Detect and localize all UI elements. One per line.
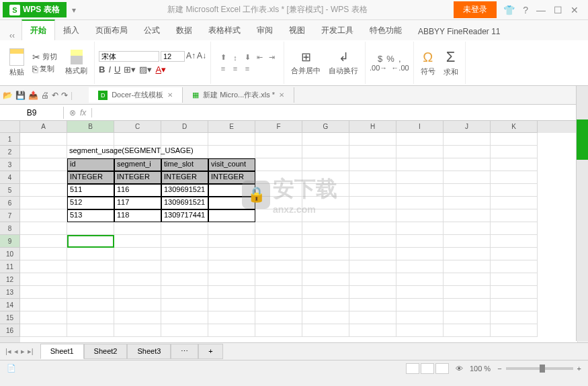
sheet-tab-2[interactable]: Sheet2 bbox=[84, 344, 128, 359]
cell-D3[interactable]: time_slot bbox=[161, 158, 208, 171]
cell-J15[interactable] bbox=[444, 311, 491, 324]
copy-button[interactable]: 复制 bbox=[32, 64, 57, 75]
right-panel[interactable] bbox=[576, 86, 588, 341]
cell-K11[interactable] bbox=[491, 260, 538, 273]
cell-I10[interactable] bbox=[396, 248, 444, 260]
app-logo[interactable]: WPS 表格 bbox=[3, 2, 67, 17]
cell-G13[interactable] bbox=[302, 286, 349, 299]
cell-A4[interactable] bbox=[20, 171, 67, 184]
border-button[interactable]: ⊞▾ bbox=[124, 64, 136, 75]
increase-decimal-icon[interactable]: .00→ bbox=[370, 64, 387, 72]
cell-G9[interactable] bbox=[302, 235, 349, 248]
cell-E1[interactable] bbox=[208, 133, 255, 146]
sheet-first-icon[interactable]: |◂ bbox=[5, 347, 11, 356]
cell-G5[interactable] bbox=[302, 184, 349, 197]
cell-J4[interactable] bbox=[444, 171, 491, 184]
cell-D8[interactable] bbox=[161, 222, 208, 235]
cell-E6[interactable] bbox=[208, 197, 255, 209]
cell-C8[interactable] bbox=[114, 222, 161, 235]
cell-D9[interactable] bbox=[161, 235, 208, 248]
col-header-F[interactable]: F bbox=[255, 121, 302, 133]
cell-J6[interactable] bbox=[444, 197, 491, 209]
cell-B6[interactable]: 512 bbox=[67, 197, 114, 209]
tab-start[interactable]: 开始 bbox=[22, 19, 55, 40]
col-header-I[interactable]: I bbox=[396, 121, 444, 133]
cell-G7[interactable] bbox=[302, 209, 349, 222]
cell-I4[interactable] bbox=[396, 171, 444, 184]
cell-A9[interactable] bbox=[20, 235, 67, 248]
cell-F13[interactable] bbox=[255, 286, 302, 299]
tab-data[interactable]: 数据 bbox=[168, 21, 200, 40]
cell-B10[interactable] bbox=[67, 248, 114, 260]
cell-C14[interactable] bbox=[114, 299, 161, 311]
cell-J9[interactable] bbox=[444, 235, 491, 248]
cell-F16[interactable] bbox=[255, 324, 302, 337]
cell-A7[interactable] bbox=[20, 209, 67, 222]
cell-D16[interactable] bbox=[161, 324, 208, 337]
cell-K8[interactable] bbox=[491, 222, 538, 235]
cell-F12[interactable] bbox=[255, 273, 302, 286]
save-icon[interactable]: 💾 bbox=[15, 91, 26, 100]
cell-D13[interactable] bbox=[161, 286, 208, 299]
cell-H3[interactable] bbox=[349, 158, 396, 171]
cell-F1[interactable] bbox=[255, 133, 302, 146]
shirt-icon[interactable]: 👕 bbox=[503, 5, 515, 15]
cell-E10[interactable] bbox=[208, 248, 255, 260]
font-size-select[interactable] bbox=[161, 51, 185, 62]
row-header-4[interactable]: 4 bbox=[0, 171, 20, 184]
login-button[interactable]: 未登录 bbox=[454, 1, 497, 18]
cell-B13[interactable] bbox=[67, 286, 114, 299]
cell-I8[interactable] bbox=[396, 222, 444, 235]
cell-H7[interactable] bbox=[349, 209, 396, 222]
cell-J7[interactable] bbox=[444, 209, 491, 222]
cell-B8[interactable] bbox=[67, 222, 114, 235]
cell-I6[interactable] bbox=[396, 197, 444, 209]
cell-A11[interactable] bbox=[20, 260, 67, 273]
eye-icon[interactable]: 👁 bbox=[456, 365, 463, 373]
cell-F9[interactable] bbox=[255, 235, 302, 248]
underline-button[interactable]: U bbox=[114, 64, 120, 75]
cell-G15[interactable] bbox=[302, 311, 349, 324]
cell-D6[interactable]: 1309691521 bbox=[161, 197, 208, 209]
cell-B2[interactable]: segment_usage(SEGMENT_USAGE) bbox=[67, 146, 114, 158]
format-painter-button[interactable]: 格式刷 bbox=[62, 48, 90, 77]
cell-H6[interactable] bbox=[349, 197, 396, 209]
zoom-out-icon[interactable]: − bbox=[497, 365, 501, 373]
cell-J3[interactable] bbox=[444, 158, 491, 171]
cell-A14[interactable] bbox=[20, 299, 67, 311]
cell-E14[interactable] bbox=[208, 299, 255, 311]
decrease-font-icon[interactable]: A↓ bbox=[197, 51, 206, 62]
tab-view[interactable]: 视图 bbox=[281, 21, 313, 40]
cell-H14[interactable] bbox=[349, 299, 396, 311]
cell-I7[interactable] bbox=[396, 209, 444, 222]
cell-F5[interactable] bbox=[255, 184, 302, 197]
formula-input[interactable] bbox=[92, 111, 588, 114]
row-header-8[interactable]: 8 bbox=[0, 222, 20, 235]
cell-H4[interactable] bbox=[349, 171, 396, 184]
tab-layout[interactable]: 页面布局 bbox=[87, 21, 136, 40]
cell-H8[interactable] bbox=[349, 222, 396, 235]
cell-B3[interactable]: id bbox=[67, 158, 114, 171]
cell-G2[interactable] bbox=[302, 146, 349, 158]
cell-G6[interactable] bbox=[302, 197, 349, 209]
cell-K4[interactable] bbox=[491, 171, 538, 184]
cell-K14[interactable] bbox=[491, 299, 538, 311]
cell-C4[interactable]: INTEGER bbox=[114, 171, 161, 184]
menu-prev-icon[interactable]: ‹‹ bbox=[3, 31, 22, 40]
zoom-slider[interactable]: − + bbox=[497, 365, 581, 373]
bold-button[interactable]: B bbox=[99, 64, 105, 75]
cell-H9[interactable] bbox=[349, 235, 396, 248]
cell-F8[interactable] bbox=[255, 222, 302, 235]
close-tab-icon[interactable]: ✕ bbox=[167, 91, 173, 99]
col-header-C[interactable]: C bbox=[114, 121, 161, 133]
cell-F10[interactable] bbox=[255, 248, 302, 260]
align-left-icon[interactable]: ≡ bbox=[218, 64, 228, 73]
sheet-more[interactable]: ⋯ bbox=[171, 344, 198, 359]
cell-I13[interactable] bbox=[396, 286, 444, 299]
fx-cancel-icon[interactable]: ⊗ bbox=[69, 108, 76, 117]
cell-J10[interactable] bbox=[444, 248, 491, 260]
redo-icon[interactable]: ↷ bbox=[61, 91, 68, 100]
cell-C16[interactable] bbox=[114, 324, 161, 337]
tab-formula[interactable]: 公式 bbox=[136, 21, 168, 40]
italic-button[interactable]: I bbox=[108, 64, 111, 75]
